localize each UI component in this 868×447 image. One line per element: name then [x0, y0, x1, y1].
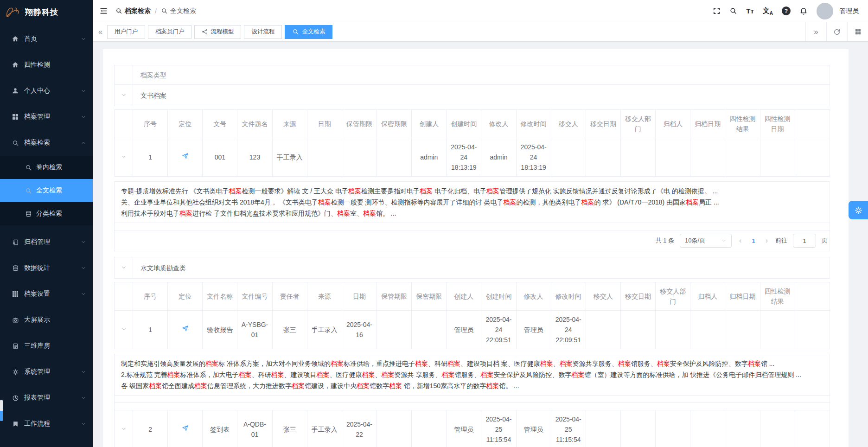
db-icon — [24, 211, 32, 217]
user-name[interactable]: 管理员 — [839, 7, 859, 15]
tab-process-model[interactable]: 流程模型 — [194, 25, 241, 39]
result-cell: 管理员 — [516, 311, 551, 349]
topbar-actions: Tᴛ 文A ? 管理员 — [713, 3, 859, 19]
avatar[interactable] — [817, 3, 833, 19]
sidebar-item-label: 数据统计 — [24, 264, 81, 272]
sidebar-item-category-search[interactable]: 分类检索 — [0, 202, 93, 225]
column-header: 保管期限 — [342, 110, 377, 138]
snippet-text: 检测主要是指对电子 — [361, 187, 420, 195]
goto-page-input[interactable]: 1 — [793, 234, 816, 248]
refresh-icon[interactable] — [826, 22, 847, 41]
result-cell: 1 — [133, 138, 168, 177]
page-size-select[interactable]: 10条/页 — [680, 234, 732, 248]
column-header: 归档人 — [656, 110, 690, 138]
chevron-down-icon[interactable] — [121, 92, 127, 98]
highlight-term: 档案 — [748, 360, 761, 367]
highlight-term: 档案 — [357, 382, 370, 390]
tab-fulltext-search[interactable]: 全文检索 — [285, 25, 332, 39]
column-header: 来源 — [307, 282, 342, 311]
snippet-text: 、 — [553, 360, 560, 367]
row-expand-cell[interactable] — [115, 257, 133, 279]
search-icon — [24, 187, 32, 194]
tab-archivist-portal[interactable]: 档案员门户 — [148, 25, 192, 39]
translate-icon[interactable]: 文A — [763, 6, 773, 16]
highlight-term: 档案 — [560, 360, 573, 367]
result-cell — [168, 410, 203, 447]
theme-settings-button[interactable] — [849, 201, 868, 219]
sidebar-item-archive-settings[interactable]: 档案设置 — [0, 285, 93, 303]
result-cell: 001 — [203, 138, 237, 177]
snippet-line: 各 级国家档案馆全面建成档案信息管理系统，大力推进数字档案馆建设，建设中央档案馆… — [121, 380, 823, 391]
sidebar-menu: 首页四性检测个人中心档案管理档案检索卷内检索全文检索分类检索归档管理数据统计档案… — [0, 30, 93, 433]
breadcrumb-item[interactable]: 档案检索 — [115, 7, 151, 15]
sidebar-item-data-stats[interactable]: 数据统计 — [0, 259, 93, 277]
table-header-row: 序号定位文件名称文件编号责任者来源日期保管期限保密期限创建人创建时间修改人修改时… — [115, 282, 830, 311]
sidebar-item-archive-search[interactable]: 档案检索 — [0, 134, 93, 152]
sidebar-item-archive-mgmt[interactable]: 档案管理 — [0, 108, 93, 126]
result-cell — [760, 410, 795, 447]
result-cell — [795, 311, 830, 349]
highlight-term: 档案 — [480, 371, 493, 378]
chevron-down-icon[interactable] — [121, 265, 127, 270]
chevron-down-icon[interactable] — [121, 426, 127, 432]
sidebar-item-involume-search[interactable]: 卷内检索 — [0, 156, 93, 179]
chevron-up-icon — [81, 140, 86, 146]
locate-icon[interactable] — [182, 325, 189, 332]
sidebar-item-system-mgmt[interactable]: 系统管理 — [0, 363, 93, 381]
empty-cell — [115, 65, 133, 85]
row-expand-cell[interactable] — [115, 138, 133, 177]
page-number[interactable]: 1 — [749, 237, 758, 244]
font-size-icon[interactable]: Tᴛ — [746, 7, 754, 15]
chevron-down-icon[interactable] — [121, 154, 127, 160]
tab-user-portal[interactable]: 用户门户 — [107, 25, 145, 39]
result-cell — [656, 410, 690, 447]
sidebar-scrollbar[interactable] — [0, 400, 3, 421]
sidebar-item-four-check[interactable]: 四性检测 — [0, 56, 93, 74]
fullscreen-icon[interactable] — [713, 7, 721, 15]
sidebar-item-personal-center[interactable]: 个人中心 — [0, 82, 93, 100]
tab-design-process[interactable]: 设计流程 — [244, 25, 282, 39]
result-cell — [412, 410, 447, 447]
breadcrumb-item[interactable]: 全文检索 — [161, 7, 196, 15]
row-expand-cell[interactable] — [115, 85, 133, 106]
sidebar-item-label: 大屏展示 — [24, 316, 86, 324]
chevron-down-icon[interactable] — [121, 326, 127, 332]
sidebar-item-report-mgmt[interactable]: 报表管理 — [0, 389, 93, 407]
snippet-text: 检测一般要 测环节、检测指标等内容展开了详细的讨 类电子 — [331, 198, 504, 206]
sidebar-collapse-icon[interactable] — [99, 6, 108, 15]
highlight-term: 档案 — [317, 371, 330, 378]
snippet-text: 馆建设，建设中央 — [305, 382, 357, 390]
next-page-button[interactable]: › — [764, 236, 770, 245]
sidebar-item-big-screen[interactable]: 大屏展示 — [0, 311, 93, 329]
sidebar-item-workflow[interactable]: 工作流程 — [0, 415, 93, 433]
search-icon — [11, 140, 19, 147]
result-cell — [795, 138, 830, 177]
tabs-scroll-left-icon[interactable]: « — [98, 28, 102, 36]
brand-name: 翔静科技 — [25, 7, 58, 18]
sidebar-item-fulltext-search[interactable]: 全文检索 — [0, 179, 93, 202]
breadcrumb-label: 档案检索 — [125, 7, 151, 15]
result-cell: 1 — [133, 311, 168, 349]
grid-view-icon[interactable] — [847, 22, 868, 41]
locate-icon[interactable] — [182, 425, 189, 432]
column-header — [795, 110, 830, 138]
bell-icon[interactable] — [799, 7, 808, 15]
result-cell: 2025-04-24 18:13:19 — [447, 138, 481, 177]
row-expand-cell[interactable] — [115, 410, 133, 447]
highlight-term: 档案 — [441, 371, 454, 378]
result-cell — [586, 410, 620, 447]
column-header: 四性检测结果 — [725, 110, 760, 138]
tabs-scroll-right-icon[interactable]: » — [805, 22, 826, 41]
help-icon[interactable]: ? — [782, 6, 791, 15]
sidebar-item-filing-mgmt[interactable]: 归档管理 — [0, 233, 93, 251]
prev-page-button[interactable]: ‹ — [737, 236, 743, 245]
column-header: 序号 — [133, 282, 168, 311]
row-expand-cell[interactable] — [115, 311, 133, 349]
tabs: 用户门户档案员门户流程模型设计流程全文检索 — [107, 25, 336, 39]
table-row: 文书档案 — [115, 85, 830, 106]
sidebar-item-home[interactable]: 首页 — [0, 30, 93, 48]
locate-icon[interactable] — [182, 153, 189, 160]
sidebar-item-warehouse-3d[interactable]: 三维库房 — [0, 337, 93, 355]
search-icon[interactable] — [729, 7, 737, 15]
search-results: 档案类型文书档案序号定位文号文件题名来源日期保管期限保密期限创建人创建时间修改人… — [114, 65, 830, 447]
